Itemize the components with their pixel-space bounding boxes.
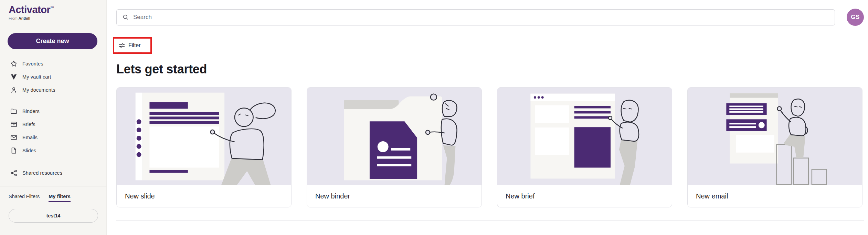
main-content: GS Filter Lets get started	[107, 0, 868, 235]
search-box	[116, 9, 835, 25]
sidebar: Activator™ From Anthill Create new Favor…	[0, 0, 107, 235]
user-avatar[interactable]: GS	[847, 9, 864, 26]
top-bar: GS	[116, 9, 864, 26]
annotation-highlight-box: Filter	[113, 37, 152, 54]
sidebar-item-favorites[interactable]: Favorites	[0, 57, 106, 70]
filter-button-label: Filter	[128, 42, 141, 49]
card-label: New email	[688, 185, 862, 207]
logo-title: Activator™	[9, 4, 106, 16]
share-icon	[10, 169, 18, 177]
file-icon	[10, 147, 18, 154]
card-new-brief[interactable]: New brief	[497, 87, 672, 207]
sidebar-divider	[0, 186, 106, 186]
card-new-binder[interactable]: New binder	[307, 87, 482, 207]
create-new-button[interactable]: Create new	[8, 33, 97, 49]
sidebar-item-shared-resources[interactable]: Shared resources	[0, 166, 106, 180]
sidebar-item-label: My vault cart	[22, 74, 51, 80]
search-icon	[122, 14, 129, 21]
archive-box-icon	[10, 121, 18, 128]
sliders-filter-icon	[118, 42, 125, 49]
envelope-icon	[10, 134, 18, 141]
logo-text: Activator	[9, 4, 50, 15]
filter-button[interactable]: Filter	[118, 40, 142, 52]
sidebar-item-label: Emails	[22, 135, 38, 140]
trademark-symbol: ™	[50, 6, 54, 10]
star-icon	[10, 60, 18, 68]
app-window: Activator™ From Anthill Create new Favor…	[0, 0, 868, 235]
sidebar-item-label: Shared resources	[22, 170, 62, 176]
logo: Activator™ From Anthill	[0, 0, 106, 20]
tagline-brand: Anthill	[19, 16, 30, 20]
tagline-prefix: From	[9, 16, 18, 20]
card-label: New brief	[497, 185, 672, 207]
sidebar-item-briefs[interactable]: Briefs	[0, 118, 106, 131]
person-icon	[10, 86, 18, 94]
sidebar-item-slides[interactable]: Slides	[0, 144, 106, 157]
new-brief-illustration	[497, 88, 672, 185]
sidebar-item-label: Binders	[22, 109, 40, 114]
saved-filter-chip[interactable]: test14	[9, 209, 98, 223]
vault-icon	[10, 73, 18, 81]
sidebar-item-my-vault-cart[interactable]: My vault cart	[0, 70, 106, 83]
filter-tabs: Shared Filters My filters	[9, 194, 106, 202]
quick-create-cards: New slide	[116, 87, 864, 207]
sidebar-item-label: Briefs	[22, 122, 35, 127]
sidebar-item-my-documents[interactable]: My documents	[0, 83, 106, 96]
tab-my-filters[interactable]: My filters	[49, 194, 71, 202]
section-divider	[116, 220, 864, 221]
sidebar-item-label: My documents	[22, 87, 55, 93]
sidebar-item-label: Favorites	[22, 61, 43, 67]
sidebar-nav-primary: Favorites My vault cart My documents	[0, 57, 106, 96]
card-new-email[interactable]: New email	[687, 87, 862, 207]
sidebar-nav-library: Binders Briefs Emails Slides	[0, 105, 106, 157]
new-binder-illustration	[307, 88, 481, 185]
sidebar-nav-shared: Shared resources	[0, 166, 106, 180]
sidebar-item-emails[interactable]: Emails	[0, 131, 106, 144]
folder-icon	[10, 108, 18, 115]
search-input[interactable]	[133, 14, 835, 21]
card-new-slide[interactable]: New slide	[116, 87, 292, 207]
card-label: New slide	[117, 185, 291, 207]
new-slide-illustration	[117, 88, 291, 185]
new-email-illustration	[688, 88, 862, 185]
page-title: Lets get started	[116, 62, 864, 76]
sidebar-item-label: Slides	[22, 148, 36, 153]
logo-tagline: From Anthill	[9, 16, 106, 20]
tab-shared-filters[interactable]: Shared Filters	[9, 194, 40, 202]
sidebar-item-binders[interactable]: Binders	[0, 105, 106, 118]
card-label: New binder	[307, 185, 481, 207]
